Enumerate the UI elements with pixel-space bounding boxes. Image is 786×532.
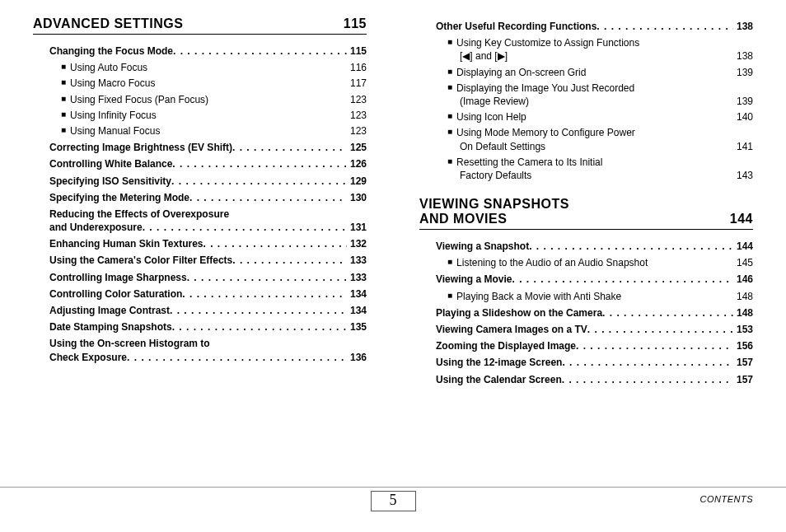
toc-subentry: ■Displaying the Image You Just Recorded(…	[447, 82, 753, 108]
toc-entry: Specifying the Metering Mode . . . . . .…	[49, 191, 367, 204]
toc-entry: Correcting Image Brightness (EV Shift) .…	[49, 141, 367, 154]
toc-title2: [◀] and [▶]	[460, 49, 737, 63]
toc-dots: . . . . . . . . . . . . . . . . . . . . …	[143, 221, 347, 234]
toc-title: Using Fixed Focus (Pan Focus)	[70, 93, 350, 106]
toc-entry: Zooming the Displayed Image . . . . . . …	[436, 339, 753, 352]
toc-page: 135	[347, 320, 367, 334]
toc-title: Using the 12-image Screen	[436, 356, 562, 369]
toc-title: Using Mode Memory to Configure Power	[456, 126, 753, 139]
toc-list-right-top: Other Useful Recording Functions . . . .…	[419, 20, 753, 182]
toc-title: Viewing a Movie	[436, 273, 512, 286]
heading-title-line2: AND MOVIES	[419, 212, 507, 226]
toc-entry: Reducing the Effects of Overexposureand …	[49, 208, 367, 234]
heading-page: 115	[344, 16, 367, 31]
toc-page: 148	[733, 306, 753, 320]
toc-title: Using Macro Focus	[70, 77, 350, 90]
toc-subentry: ■Using Auto Focus116	[61, 61, 367, 74]
toc-title: Viewing a Snapshot	[436, 240, 529, 253]
toc-dots: . . . . . . . . . . . . . . . . . . . . …	[189, 191, 347, 204]
toc-entry: Controlling White Balance . . . . . . . …	[49, 157, 367, 170]
toc-dots: . . . . . . . . . . . . . . . . . . . . …	[232, 141, 347, 154]
toc-title: Correcting Image Brightness (EV Shift)	[49, 141, 232, 154]
toc-title2: On Default Settings	[460, 140, 737, 153]
toc-page: 139	[737, 95, 753, 108]
toc-title: Viewing Camera Images on a TV	[436, 323, 587, 336]
bullet-icon: ■	[61, 93, 66, 106]
toc-title: Resetting the Camera to Its Initial	[456, 156, 753, 169]
right-column: Other Useful Recording Functions . . . .…	[419, 16, 753, 494]
bullet-icon: ■	[447, 82, 452, 95]
toc-entry: Playing a Slideshow on the Camera . . . …	[436, 306, 753, 320]
toc-title2: Check Exposure	[49, 351, 127, 364]
toc-title: Using Manual Focus	[70, 124, 350, 138]
toc-title: Enhancing Human Skin Textures	[49, 237, 203, 250]
toc-page: 125	[347, 141, 367, 154]
toc-dots: . . . . . . . . . . . . . . . . . . . . …	[512, 273, 732, 286]
toc-title2: (Image Review)	[460, 95, 737, 108]
toc-title: Playing Back a Movie with Anti Shake	[456, 290, 737, 303]
toc-title: Listening to the Audio of an Audio Snaps…	[456, 256, 737, 269]
bullet-icon: ■	[61, 109, 66, 122]
bullet-icon: ■	[447, 290, 452, 303]
toc-title: Using the Camera's Color Filter Effects	[49, 254, 232, 267]
heading-title-line1: VIEWING SNAPSHOTS	[419, 197, 753, 212]
toc-page: 157	[733, 373, 753, 386]
toc-entry: Viewing a Snapshot . . . . . . . . . . .…	[436, 240, 753, 253]
toc-subentry: ■Using Icon Help140	[447, 110, 753, 124]
toc-dots: . . . . . . . . . . . . . . . . . . . . …	[172, 320, 347, 334]
toc-entry: Using the Calendar Screen . . . . . . . …	[436, 373, 753, 386]
toc-page: 115	[347, 44, 367, 58]
toc-title: Displaying an On-screen Grid	[456, 66, 737, 79]
toc-page: 140	[737, 110, 753, 124]
toc-page: 116	[350, 61, 367, 74]
toc-title: Other Useful Recording Functions	[436, 20, 597, 33]
toc-entry: Date Stamping Snapshots . . . . . . . . …	[49, 320, 367, 334]
page-number-box: 5	[371, 491, 416, 511]
toc-title: Using the Calendar Screen	[436, 373, 562, 386]
toc-title: Using Auto Focus	[70, 61, 350, 74]
toc-dots: . . . . . . . . . . . . . . . . . . . . …	[127, 351, 347, 364]
toc-title: Controlling Image Sharpness	[49, 271, 187, 284]
toc-subentry: ■Using Key Customize to Assign Functions…	[447, 36, 753, 63]
toc-page: 146	[733, 273, 753, 286]
toc-entry: Other Useful Recording Functions . . . .…	[436, 20, 753, 33]
heading-title: ADVANCED SETTINGS	[33, 16, 183, 31]
toc-dots: . . . . . . . . . . . . . . . . . . . . …	[587, 323, 733, 336]
toc-title: Specifying the Metering Mode	[49, 191, 189, 204]
toc-page: 153	[733, 323, 753, 336]
toc-title: Using the On-screen Histogram to	[49, 337, 367, 350]
toc-title: Changing the Focus Mode	[49, 44, 173, 58]
toc-dots: . . . . . . . . . . . . . . . . . . . . …	[182, 287, 347, 301]
toc-page: 131	[347, 221, 367, 234]
toc-subentry: ■Using Macro Focus117	[61, 77, 367, 90]
toc-subentry: ■Playing Back a Movie with Anti Shake148	[447, 290, 753, 303]
toc-entry: Controlling Image Sharpness . . . . . . …	[49, 271, 367, 284]
toc-page: 134	[347, 304, 367, 317]
toc-title: Displaying the Image You Just Recorded	[456, 82, 753, 95]
toc-page: 133	[347, 271, 367, 284]
toc-page: 123	[350, 93, 367, 106]
toc-title: Controlling Color Saturation	[49, 287, 182, 301]
toc-entry: Changing the Focus Mode . . . . . . . . …	[49, 44, 367, 58]
toc-title: Using Key Customize to Assign Functions	[456, 36, 753, 49]
section-heading-viewing: VIEWING SNAPSHOTS AND MOVIES 144	[419, 197, 753, 230]
bullet-icon: ■	[447, 156, 452, 169]
toc-title2: Factory Defaults	[460, 169, 737, 182]
toc-subentry: ■Listening to the Audio of an Audio Snap…	[447, 256, 753, 269]
toc-dots: . . . . . . . . . . . . . . . . . . . . …	[187, 271, 347, 284]
toc-entry: Enhancing Human Skin Textures . . . . . …	[49, 237, 367, 250]
bullet-icon: ■	[61, 77, 66, 90]
toc-title: Playing a Slideshow on the Camera	[436, 306, 602, 320]
toc-entry: Specifying ISO Sensitivity . . . . . . .…	[49, 175, 367, 188]
footer-label: CONTENTS	[700, 494, 754, 504]
toc-title: Controlling White Balance	[49, 157, 172, 170]
toc-title: Adjusting Image Contrast	[49, 304, 170, 317]
toc-entry: Viewing Camera Images on a TV . . . . . …	[436, 323, 753, 336]
toc-page: 145	[737, 256, 753, 269]
section-heading-advanced: ADVANCED SETTINGS 115	[33, 16, 367, 35]
bullet-icon: ■	[61, 124, 66, 138]
toc-dots: . . . . . . . . . . . . . . . . . . . . …	[602, 306, 733, 320]
toc-page: 157	[733, 356, 753, 369]
toc-subentry: ■Using Mode Memory to Configure PowerOn …	[447, 126, 753, 152]
toc-title: Using Infinity Focus	[70, 109, 350, 122]
